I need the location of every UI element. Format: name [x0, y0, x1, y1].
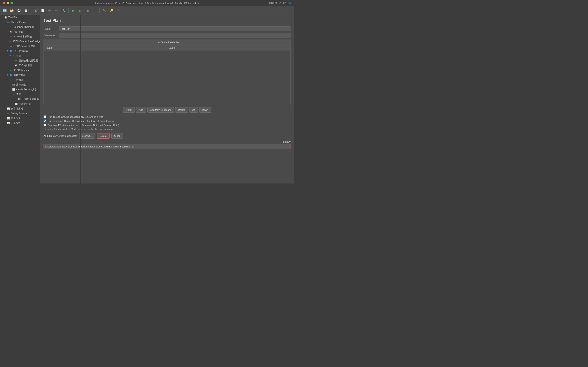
sidebar-item-once-ctrl[interactable]: ▼ 🔷 仅一次控制器	[0, 49, 40, 53]
clear-button[interactable]: Clear	[111, 133, 123, 139]
add-button[interactable]: Add	[136, 107, 146, 113]
collapse-button[interactable]: ➖	[54, 8, 60, 14]
sidebar: ▼ 📋 Test Plan ▼ 👥 Thread Group ▶ ✏ BeanS…	[0, 15, 40, 184]
sidebar-item-summary[interactable]: ▶ 📊 汇总报告	[0, 121, 40, 125]
comments-label: Comments:	[43, 34, 59, 37]
sidebar-item-json-extractor[interactable]: ▶ 🍱 JSON提取器	[0, 63, 40, 68]
beanshell-label: BeanShell Sampler	[14, 25, 34, 28]
run-consecutive-label: Run Thread Groups consecutively (i.e. on…	[48, 116, 104, 118]
close-button[interactable]	[3, 2, 5, 4]
loop-ctrl-icon: 🔷	[9, 73, 13, 77]
user-vars-icon: 🍱	[12, 83, 15, 86]
expand-arrow-once: ▼	[6, 50, 9, 52]
down-button[interactable]: Down	[199, 107, 211, 113]
regex-icon: ✏	[14, 59, 18, 62]
expand-arrow-loop: ▼	[6, 74, 9, 76]
open-button[interactable]: 📂	[9, 8, 15, 14]
sidebar-item-loop-ctrl[interactable]: ▼ 🔷 循环控制器	[0, 73, 40, 77]
settings-button[interactable]: 🔧	[61, 8, 67, 14]
thread-group-label: Thread Group	[11, 21, 26, 23]
expand-arrow-login: ▼	[9, 54, 11, 57]
thread-count: 0/1	[283, 2, 286, 4]
mobile-var-icon: ⬜	[12, 88, 15, 91]
jdbc-icon: ✂	[8, 40, 12, 43]
name-input[interactable]	[59, 26, 291, 31]
key-button[interactable]: 🔑	[108, 8, 114, 14]
start-button[interactable]: ▶	[70, 8, 77, 14]
separator-1	[31, 8, 31, 13]
stop-button[interactable]: ⏹	[85, 8, 91, 14]
counter-label: 计数器	[16, 78, 23, 82]
sidebar-item-jdbc[interactable]: ▶ ✂ JDBC Connection Configuration	[0, 39, 40, 44]
save-as-button[interactable]: 📋	[23, 8, 29, 14]
query-icon: ✏	[12, 92, 15, 96]
sidebar-item-debug-sampler[interactable]: ▶ ✏ Debug Sampler	[0, 111, 40, 116]
sidebar-item-user-params[interactable]: ▶ 🍱 用户参数	[0, 29, 40, 34]
results-tree-label: 察看结果树	[11, 107, 23, 110]
sidebar-item-results-tree[interactable]: ▶ 📊 察看结果树	[0, 106, 40, 111]
sidebar-item-query[interactable]: ▼ ✏ 查询	[0, 92, 40, 97]
browse-button[interactable]: Browse...	[79, 133, 95, 139]
sidebar-item-beanshell[interactable]: ▶ ✏ BeanShell Sampler	[0, 25, 40, 29]
sidebar-item-user-vars[interactable]: ▶ 🍱 用户参数	[0, 82, 40, 87]
window-title: kaifangpingtai.jmx (/Users/zc/apache-jme…	[95, 2, 199, 4]
expand-button[interactable]: ➕	[47, 8, 53, 14]
comments-input[interactable]	[59, 33, 291, 38]
start-no-pause-button[interactable]: ▷	[78, 8, 84, 14]
summary-label: 汇总报告	[11, 121, 21, 125]
sidebar-item-test-plan[interactable]: ▼ 📋 Test Plan	[0, 15, 40, 20]
col-value: Value	[167, 45, 290, 50]
sidebar-item-http-defaults[interactable]: ▶ ✂ HTTP请求默认值	[0, 34, 40, 39]
sidebar-item-aggregate[interactable]: ▶ 📊 聚合报告	[0, 116, 40, 121]
sidebar-item-counter[interactable]: ▶ ✂ 计数器	[0, 77, 40, 82]
aggregate-icon: 📊	[7, 117, 10, 120]
debug-sampler-icon: ✏	[7, 112, 10, 115]
cookie-label: HTTP Cookie管理器	[14, 45, 35, 48]
counter-icon: ✂	[12, 78, 15, 82]
login-icon: ✏	[12, 54, 15, 58]
run-teardown-checkbox[interactable]	[43, 119, 46, 122]
functional-mode-checkbox[interactable]	[43, 124, 46, 126]
loop-ctrl-label: 循环控制器	[14, 73, 26, 77]
sidebar-item-jdbc-request[interactable]: ▶ ✏ JDBC Request	[0, 68, 40, 73]
sidebar-item-login[interactable]: ▼ ✏ 登陆	[0, 53, 40, 58]
shutdown-button[interactable]: ⏸	[91, 8, 98, 14]
user-params-icon: 🍱	[9, 30, 13, 33]
regex-label: 正则表达式提取器	[19, 59, 38, 62]
sidebar-item-http-header[interactable]: ▶ ✂ HTTP信息头管理器	[0, 97, 40, 101]
sidebar-item-sync-timer[interactable]: ▶ ⬜ 同步定时器	[0, 101, 40, 106]
maximize-button[interactable]	[10, 2, 13, 4]
copy-button[interactable]: 📄	[40, 8, 46, 14]
expand-arrow-test-plan: ▼	[1, 16, 3, 18]
new-button[interactable]: 🆕	[2, 8, 8, 14]
help-button[interactable]: ❓	[115, 8, 121, 14]
expand-arrow-query: ▼	[9, 93, 11, 95]
col-name: Name:	[44, 45, 167, 50]
mobile-var-label: mobile:${every_id}	[16, 88, 36, 91]
up-button[interactable]: Up	[189, 107, 198, 113]
sidebar-item-regex[interactable]: ▶ ✏ 正则表达式提取器	[0, 58, 40, 63]
detail-button[interactable]: Detail	[123, 107, 135, 113]
separator-3	[99, 8, 100, 13]
jdbc-request-label: JDBC Request	[14, 69, 30, 71]
delete-button[interactable]: Delete	[175, 107, 188, 113]
run-consecutive-checkbox[interactable]	[43, 115, 46, 118]
sidebar-item-cookie[interactable]: ▶ ✂ HTTP Cookie管理器	[0, 44, 40, 49]
minimize-button[interactable]	[7, 2, 9, 4]
main-layout: ▼ 📋 Test Plan ▼ 👥 Thread Group ▶ ✏ BeanS…	[0, 15, 294, 184]
add-from-clipboard-button[interactable]: Add from Clipboard	[147, 107, 174, 113]
traffic-lights	[3, 2, 13, 4]
cut-button[interactable]: ✂️	[33, 8, 39, 14]
beanshell-icon: ✏	[9, 25, 13, 29]
expand-arrow-thread-group: ▼	[3, 21, 6, 23]
network-icon: 🌐	[288, 1, 291, 4]
results-tree-icon: 📊	[7, 107, 10, 110]
http-defaults-label: HTTP请求默认值	[14, 35, 32, 38]
save-button[interactable]: 💾	[16, 8, 22, 14]
classpath-delete-button[interactable]: Delete	[97, 133, 110, 139]
sidebar-item-thread-group[interactable]: ▼ 👥 Thread Group	[0, 20, 40, 25]
sidebar-item-mobile-var[interactable]: ▶ ⬜ mobile:${every_id}	[0, 87, 40, 92]
resize-handle[interactable]: ⋮	[80, 15, 81, 184]
json-extractor-label: JSON提取器	[19, 64, 32, 67]
hammer-button[interactable]: 🔨	[101, 8, 107, 14]
